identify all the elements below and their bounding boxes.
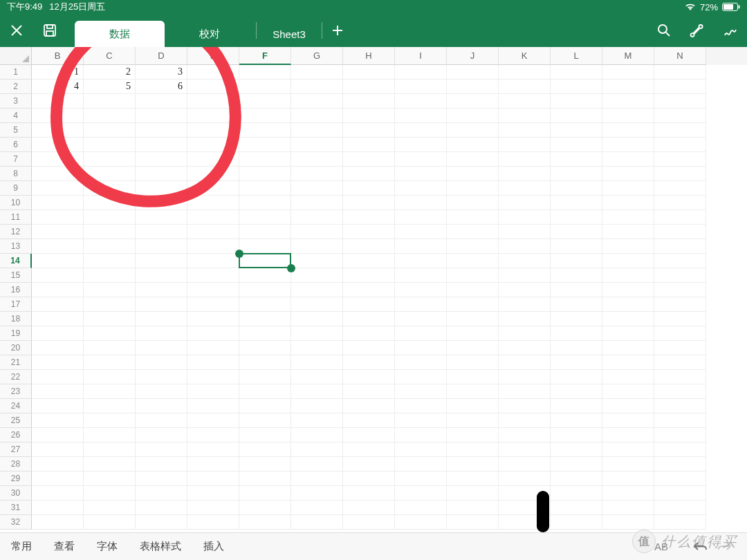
cell-K16[interactable] xyxy=(499,283,551,297)
column-header-N[interactable]: N xyxy=(654,47,706,65)
cell-C2[interactable]: 5 xyxy=(84,80,136,94)
cell-C16[interactable] xyxy=(84,283,136,297)
cell-D15[interactable] xyxy=(136,268,187,283)
cell-K9[interactable] xyxy=(499,181,551,196)
cell-H3[interactable] xyxy=(343,94,395,109)
cell-E1[interactable] xyxy=(187,65,239,80)
cell-N7[interactable] xyxy=(654,152,706,167)
cell-H17[interactable] xyxy=(343,297,395,312)
row-header-3[interactable]: 3 xyxy=(0,94,32,109)
cell-D30[interactable] xyxy=(136,486,187,501)
cell-L23[interactable] xyxy=(551,384,602,399)
cell-G23[interactable] xyxy=(291,384,343,399)
cell-G7[interactable] xyxy=(291,152,343,167)
cell-H10[interactable] xyxy=(343,196,395,210)
cell-D3[interactable] xyxy=(136,94,187,109)
cell-C29[interactable] xyxy=(84,472,136,486)
cell-G1[interactable] xyxy=(291,65,343,80)
row-header-7[interactable]: 7 xyxy=(0,152,32,167)
cell-E12[interactable] xyxy=(187,225,239,239)
cell-K26[interactable] xyxy=(499,428,551,442)
cell-L15[interactable] xyxy=(551,268,602,283)
cell-F13[interactable] xyxy=(239,239,291,254)
cell-E22[interactable] xyxy=(187,370,239,384)
cell-C11[interactable] xyxy=(84,210,136,225)
cell-J32[interactable] xyxy=(447,515,499,530)
cell-J11[interactable] xyxy=(447,210,499,225)
cell-J10[interactable] xyxy=(447,196,499,210)
cell-I15[interactable] xyxy=(395,268,447,283)
bottom-tab-tablestyle[interactable]: 表格样式 xyxy=(140,540,181,553)
cell-F23[interactable] xyxy=(239,384,291,399)
cell-G28[interactable] xyxy=(291,457,343,472)
spreadsheet-grid[interactable]: BCDEFGHIJKLMN 12345678910111213141516171… xyxy=(0,47,747,532)
cell-B7[interactable] xyxy=(32,152,84,167)
cell-D10[interactable] xyxy=(136,196,187,210)
cell-M1[interactable] xyxy=(602,65,654,80)
cell-B15[interactable] xyxy=(32,268,84,283)
row-header-20[interactable]: 20 xyxy=(0,341,32,355)
cell-H16[interactable] xyxy=(343,283,395,297)
cell-D19[interactable] xyxy=(136,326,187,341)
cell-L9[interactable] xyxy=(551,181,602,196)
cell-I17[interactable] xyxy=(395,297,447,312)
cell-K23[interactable] xyxy=(499,384,551,399)
cell-J8[interactable] xyxy=(447,167,499,181)
column-header-F[interactable]: F xyxy=(239,47,291,65)
cell-D9[interactable] xyxy=(136,181,187,196)
cell-F18[interactable] xyxy=(239,312,291,326)
cell-H23[interactable] xyxy=(343,384,395,399)
cell-H4[interactable] xyxy=(343,109,395,123)
cell-M29[interactable] xyxy=(602,472,654,486)
cell-M13[interactable] xyxy=(602,239,654,254)
cell-K24[interactable] xyxy=(499,399,551,413)
cell-I12[interactable] xyxy=(395,225,447,239)
cell-D18[interactable] xyxy=(136,312,187,326)
cell-C1[interactable]: 2 xyxy=(84,65,136,80)
cell-E28[interactable] xyxy=(187,457,239,472)
cell-B5[interactable] xyxy=(32,123,84,138)
cell-E31[interactable] xyxy=(187,501,239,515)
cell-H30[interactable] xyxy=(343,486,395,501)
close-button[interactable] xyxy=(0,14,33,47)
cell-L2[interactable] xyxy=(551,80,602,94)
cell-I30[interactable] xyxy=(395,486,447,501)
cell-J1[interactable] xyxy=(447,65,499,80)
cell-N5[interactable] xyxy=(654,123,706,138)
cell-F15[interactable] xyxy=(239,268,291,283)
cell-F30[interactable] xyxy=(239,486,291,501)
cell-M21[interactable] xyxy=(602,355,654,370)
cell-J12[interactable] xyxy=(447,225,499,239)
cell-I7[interactable] xyxy=(395,152,447,167)
cell-G30[interactable] xyxy=(291,486,343,501)
cell-N4[interactable] xyxy=(654,109,706,123)
cell-F11[interactable] xyxy=(239,210,291,225)
cell-B1[interactable]: 1 xyxy=(32,65,84,80)
row-header-31[interactable]: 31 xyxy=(0,501,32,515)
cell-D21[interactable] xyxy=(136,355,187,370)
cell-N23[interactable] xyxy=(654,384,706,399)
bottom-tab-insert[interactable]: 插入 xyxy=(203,540,224,553)
cell-L32[interactable] xyxy=(551,515,602,530)
cell-K6[interactable] xyxy=(499,138,551,152)
cell-E8[interactable] xyxy=(187,167,239,181)
cell-F25[interactable] xyxy=(239,413,291,428)
cell-B26[interactable] xyxy=(32,428,84,442)
cell-J4[interactable] xyxy=(447,109,499,123)
cell-M26[interactable] xyxy=(602,428,654,442)
cell-I11[interactable] xyxy=(395,210,447,225)
cell-B18[interactable] xyxy=(32,312,84,326)
cell-J20[interactable] xyxy=(447,341,499,355)
cell-I20[interactable] xyxy=(395,341,447,355)
cell-C26[interactable] xyxy=(84,428,136,442)
cell-B31[interactable] xyxy=(32,501,84,515)
column-header-M[interactable]: M xyxy=(602,47,654,65)
cell-F27[interactable] xyxy=(239,442,291,457)
cell-M32[interactable] xyxy=(602,515,654,530)
cell-M6[interactable] xyxy=(602,138,654,152)
cell-E23[interactable] xyxy=(187,384,239,399)
cell-B20[interactable] xyxy=(32,341,84,355)
cell-L4[interactable] xyxy=(551,109,602,123)
cell-N27[interactable] xyxy=(654,442,706,457)
cell-B24[interactable] xyxy=(32,399,84,413)
